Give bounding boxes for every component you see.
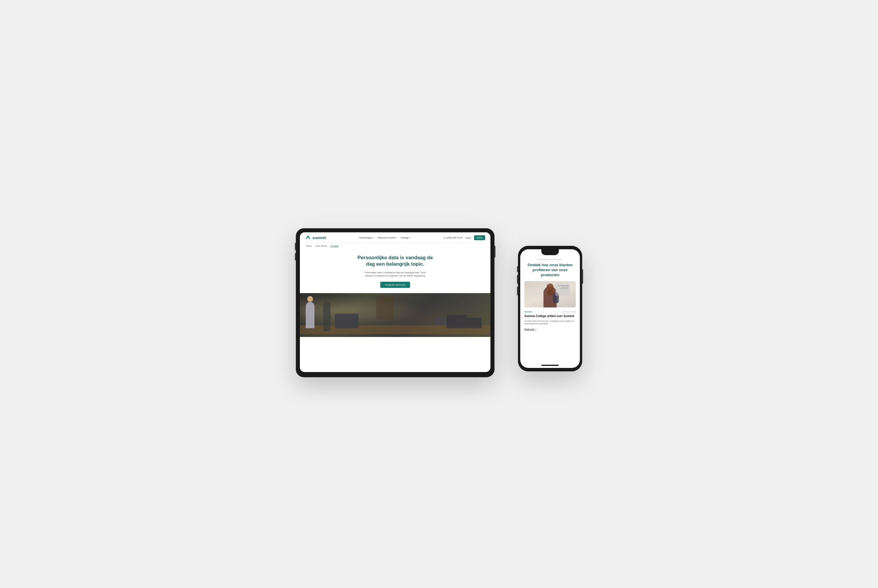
phone-number: ℡ (030) 230 79 40 xyxy=(444,236,462,239)
breadcrumb-sep-2: › xyxy=(329,245,329,247)
phone-device: RECOMMENDATIONS Ontdek hoe onze klanten … xyxy=(518,228,582,372)
tablet-nav-links: Oplossingen ▾ Waarom Summit ▾ Overige ▾ xyxy=(359,236,410,239)
chevron-down-icon: ▾ xyxy=(373,237,374,239)
logo-label: summit xyxy=(312,236,326,240)
nav-oplossingen[interactable]: Oplossingen ▾ xyxy=(359,236,374,239)
tablet-navbar: summit Oplossingen ▾ Waarom Summit ▾ Ove… xyxy=(300,232,491,243)
article-title: Summa College artikel over Summit xyxy=(524,314,576,318)
home-indicator xyxy=(520,363,580,368)
hero-image xyxy=(300,293,491,337)
tablet-content: Persoonlijke data is vandaag de dag een … xyxy=(300,249,491,372)
breadcrumb-sep-3: › xyxy=(340,245,341,247)
article-image xyxy=(524,281,576,308)
recommendations-label: RECOMMENDATIONS xyxy=(524,259,576,260)
nav-waarom[interactable]: Waarom Summit ▾ xyxy=(378,236,396,239)
demo-button[interactable]: Demo xyxy=(474,235,485,240)
tablet-logo: summit xyxy=(305,235,326,240)
breadcrumb: Home › Case Stories › Provada › xyxy=(300,243,491,249)
arrow-icon: › xyxy=(536,328,536,330)
tablet-nav-right: ℡ (030) 230 79 40 Log in Demo xyxy=(444,235,485,240)
tablet-device: summit Oplossingen ▾ Waarom Summit ▾ Ove… xyxy=(296,228,495,377)
chevron-down-icon: ▾ xyxy=(410,237,410,239)
hero-title: Persoonlijke data is vandaag de dag een … xyxy=(354,255,436,267)
phone-status-bar xyxy=(520,249,580,256)
login-link[interactable]: Log in xyxy=(465,236,471,239)
breadcrumb-home[interactable]: Home xyxy=(306,245,312,247)
chevron-down-icon: ▾ xyxy=(396,237,397,239)
hero-subtitle: Persoonlijke data is vandaag de dag een … xyxy=(362,271,429,278)
article-body: De markt beter leren kennen. Vroegtijdig… xyxy=(524,320,576,326)
breadcrumb-sep-1: › xyxy=(313,245,314,247)
nav-overige[interactable]: Overige ▾ xyxy=(401,236,410,239)
article-date: Januari 15, 2019 xyxy=(563,311,576,313)
breadcrumb-current[interactable]: Provada xyxy=(330,245,338,247)
article-meta: NIEUWS Januari 15, 2019 xyxy=(524,311,576,313)
read-more-link[interactable]: Read more › xyxy=(524,328,576,330)
phone-content: RECOMMENDATIONS Ontdek hoe onze klanten … xyxy=(520,256,580,363)
cta-button[interactable]: Vraag een demo aan xyxy=(380,282,410,288)
breadcrumb-case-stories[interactable]: Case Stories xyxy=(315,245,327,247)
article-tag: NIEUWS xyxy=(524,311,532,313)
phone-main-title: Ontdek hoe onze klanten profiteren van o… xyxy=(524,263,576,278)
